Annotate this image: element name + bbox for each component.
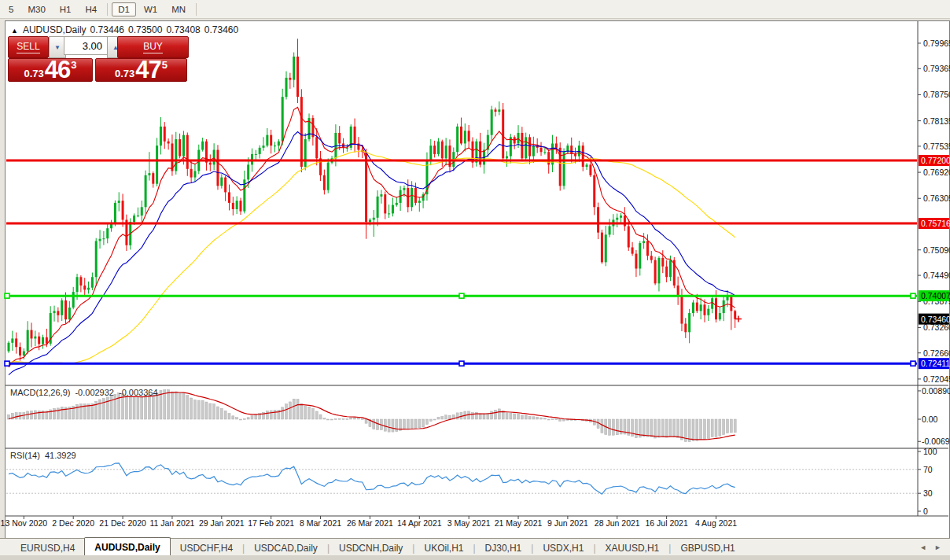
tab-gbpusd-h1[interactable]: GBPUSD,H1 bbox=[671, 540, 744, 556]
macd-pane[interactable] bbox=[8, 390, 737, 442]
hline-handle[interactable] bbox=[911, 361, 915, 366]
macd-indicator-label: MACD(12,26,9)-0.002932-0.003364 bbox=[10, 388, 163, 397]
date-label: 21 Dec 2020 bbox=[99, 518, 146, 528]
buy-price-main: 47 bbox=[135, 60, 160, 80]
candle bbox=[327, 163, 330, 190]
tab-dj30-h1[interactable]: DJ30,H1 bbox=[476, 540, 532, 556]
macd-bar bbox=[696, 419, 698, 440]
candle bbox=[259, 148, 261, 154]
macd-bar bbox=[491, 411, 493, 419]
candle bbox=[448, 146, 451, 167]
macd-bar bbox=[506, 413, 508, 419]
macd-bar bbox=[635, 419, 637, 438]
volume-input[interactable]: 3.00 bbox=[64, 36, 108, 55]
toolbar-separator bbox=[107, 3, 108, 16]
candle bbox=[700, 304, 702, 311]
macd-bar bbox=[654, 419, 657, 438]
axis-tick-label: 0.79365 bbox=[923, 64, 950, 73]
timeframe-button-d1[interactable]: D1 bbox=[112, 2, 136, 17]
macd-bar bbox=[247, 418, 249, 419]
candle bbox=[106, 228, 109, 238]
chart-canvas[interactable]: 0.79965 0.79365 0.78750 0.78135 0.77535 … bbox=[0, 0, 950, 560]
timeframe-button-w1[interactable]: W1 bbox=[138, 2, 164, 17]
rsi-pane[interactable] bbox=[6, 463, 917, 494]
candle bbox=[715, 298, 717, 319]
macd-bar bbox=[27, 411, 29, 419]
timeframe-button-mn[interactable]: MN bbox=[165, 2, 192, 17]
hline-handle[interactable] bbox=[459, 293, 464, 298]
candle bbox=[528, 137, 531, 156]
macd-bar bbox=[15, 413, 17, 419]
candle bbox=[445, 146, 447, 158]
buy-price-display[interactable]: 0.73 47 5 bbox=[95, 58, 187, 82]
tab-usdcad-daily[interactable]: USDCAD,Daily bbox=[245, 540, 327, 556]
macd-bar bbox=[193, 400, 196, 419]
candle bbox=[593, 175, 595, 207]
candle bbox=[87, 288, 90, 290]
macd-bar bbox=[282, 407, 284, 419]
hline-handle[interactable] bbox=[459, 361, 464, 366]
tab-xauusd-h1[interactable]: XAUUSD,H1 bbox=[596, 540, 669, 556]
candle bbox=[657, 258, 660, 283]
axis-tick-label: 0.76920 bbox=[923, 168, 950, 177]
tab-eurusd-h4[interactable]: EURUSD,H4 bbox=[11, 540, 84, 556]
candle bbox=[289, 78, 291, 80]
candle bbox=[498, 109, 500, 112]
rsi-axis-tick-label: 0 bbox=[923, 507, 928, 516]
tab-scroll-left-icon[interactable]: ◄ bbox=[915, 543, 930, 551]
candle bbox=[719, 313, 721, 319]
timeframe-button-h1[interactable]: H1 bbox=[53, 2, 78, 17]
macd-bar bbox=[338, 418, 341, 419]
candle bbox=[373, 218, 375, 220]
candle bbox=[517, 133, 520, 143]
candle bbox=[669, 260, 672, 278]
timeframe-button-m30[interactable]: M30 bbox=[21, 2, 51, 17]
macd-bar bbox=[692, 419, 694, 441]
main-price-pane[interactable] bbox=[5, 39, 917, 374]
date-axis[interactable]: 13 Nov 2020 2 Dec 2020 21 Dec 2020 11 Ja… bbox=[1, 516, 738, 528]
macd-bar bbox=[525, 415, 527, 419]
candle bbox=[137, 216, 139, 216]
date-label: 17 Feb 2021 bbox=[248, 518, 294, 528]
axis-tick-label: 0.72045 bbox=[923, 374, 950, 384]
macd-bar bbox=[251, 416, 253, 419]
candle bbox=[42, 337, 44, 344]
candle bbox=[168, 142, 170, 144]
tab-usdchf-h4[interactable]: USDCHF,H4 bbox=[171, 540, 242, 556]
sell-button[interactable]: SELL bbox=[8, 36, 49, 58]
macd-bar bbox=[669, 419, 672, 437]
ohlc-low: 0.73408 bbox=[166, 24, 200, 35]
candle bbox=[99, 239, 101, 241]
macd-bar bbox=[703, 419, 705, 440]
rsi-line bbox=[9, 463, 735, 494]
sell-price-display[interactable]: 0.73 46 3 bbox=[8, 58, 93, 82]
hline-handle[interactable] bbox=[911, 293, 915, 298]
candle bbox=[506, 157, 508, 159]
candle bbox=[164, 127, 166, 142]
macd-bar bbox=[661, 419, 664, 437]
candle bbox=[118, 201, 120, 203]
macd-bar bbox=[91, 403, 94, 419]
candle bbox=[27, 330, 29, 352]
ohlc-open: 0.73446 bbox=[90, 24, 124, 35]
candle bbox=[734, 311, 736, 319]
candle bbox=[114, 203, 116, 224]
tab-usdcnh-daily[interactable]: USDCNH,Daily bbox=[330, 540, 412, 556]
tab-ukoil-h1[interactable]: UKOil,H1 bbox=[414, 540, 473, 556]
hline-handle[interactable] bbox=[5, 361, 9, 366]
price-axis[interactable]: 0.79965 0.79365 0.78750 0.78135 0.77535 … bbox=[918, 39, 950, 516]
hline-handle[interactable] bbox=[5, 293, 9, 298]
timeframe-button-h4[interactable]: H4 bbox=[79, 2, 103, 17]
macd-bar bbox=[285, 404, 288, 419]
buy-button[interactable]: BUY bbox=[117, 36, 189, 58]
timeframe-button-5[interactable]: 5 bbox=[2, 2, 20, 17]
tab-audusd-daily[interactable]: AUDUSD,Daily bbox=[84, 537, 170, 556]
candle bbox=[240, 201, 242, 211]
tab-scroll-right-icon[interactable]: ► bbox=[930, 543, 945, 551]
candle bbox=[91, 277, 94, 287]
macd-bar bbox=[616, 419, 618, 435]
ma-slow-line bbox=[9, 151, 735, 363]
candle bbox=[216, 150, 219, 186]
tab-usdx-h1[interactable]: USDX,H1 bbox=[533, 540, 593, 556]
collapse-triangle-icon[interactable]: ▲ bbox=[11, 27, 18, 35]
